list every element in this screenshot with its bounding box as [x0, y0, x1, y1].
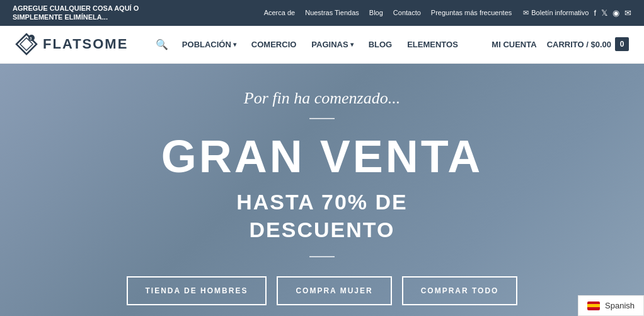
- hero-section: Por fin ha comenzado... GRAN VENTA HASTA…: [0, 64, 644, 316]
- nav-blog-label: BLOG: [369, 40, 393, 49]
- carrito-button[interactable]: CARRITO / $0.00 0: [547, 37, 629, 51]
- carrito-count-badge: 0: [615, 37, 629, 51]
- nav-acerca[interactable]: Acerca de: [264, 9, 296, 16]
- top-bar: AGREGUE CUALQUIER COSA AQUÍ O SIMPLEMENT…: [0, 0, 644, 26]
- search-button[interactable]: 🔍: [156, 38, 168, 50]
- announcement: AGREGUE CUALQUIER COSA AQUÍ O SIMPLEMENT…: [13, 4, 189, 22]
- btn-todo[interactable]: COMPRAR TODO: [402, 276, 518, 305]
- header-right: MI CUENTA CARRITO / $0.00 0: [492, 37, 629, 51]
- nav-comercio-label: COMERCIO: [251, 40, 297, 49]
- nav-paginas[interactable]: PAGINAS ▾: [305, 36, 359, 53]
- nav-blog[interactable]: Blog: [369, 9, 383, 16]
- nav-poblacion-label: POBLACIÓN: [182, 40, 231, 49]
- nav-elementos[interactable]: ELEMENTOS: [401, 36, 464, 53]
- logo-icon: 3: [15, 33, 38, 56]
- nav-tiendas[interactable]: Nuestras Tiendas: [305, 9, 359, 16]
- instagram-icon[interactable]: ◉: [612, 8, 619, 18]
- btn-hombres[interactable]: TIENDA DE HOMBRES: [127, 276, 267, 305]
- hero-tagline: HASTA 70% DEDESCUENTO: [236, 188, 408, 243]
- nav-paginas-label: PAGINAS: [311, 40, 348, 49]
- language-label: Spanish: [605, 301, 635, 310]
- hero-title: GRAN VENTA: [161, 132, 483, 182]
- hero-subtitle: Por fin ha comenzado...: [244, 89, 400, 108]
- nav-contacto[interactable]: Contacto: [393, 9, 421, 16]
- spain-flag-icon: [587, 301, 600, 310]
- newsletter-label: Boletín informativo: [531, 9, 589, 16]
- nav-comercio[interactable]: COMERCIO: [245, 36, 303, 53]
- nav-poblacion[interactable]: POBLACIÓN ▾: [176, 36, 243, 53]
- logo-text: FLATSOME: [43, 36, 128, 52]
- logo-area[interactable]: 3 FLATSOME: [15, 33, 128, 56]
- nav-faq[interactable]: Preguntas más frecuentes: [431, 9, 512, 16]
- carrito-label: CARRITO / $0.00: [547, 40, 611, 49]
- mi-cuenta-link[interactable]: MI CUENTA: [492, 40, 536, 49]
- nav-elementos-label: ELEMENTOS: [407, 40, 458, 49]
- top-bar-nav: Acerca de Nuestras Tiendas Blog Contacto…: [264, 9, 512, 16]
- social-links: ✉ Boletín informativo f 𝕏 ◉ ✉: [523, 8, 631, 18]
- facebook-icon[interactable]: f: [594, 8, 596, 18]
- newsletter-link[interactable]: ✉ Boletín informativo: [523, 9, 589, 17]
- mail-icon[interactable]: ✉: [624, 8, 631, 18]
- poblacion-arrow-icon: ▾: [233, 41, 236, 48]
- main-nav: 🔍 POBLACIÓN ▾ COMERCIO PAGINAS ▾ BLOG EL…: [156, 36, 464, 53]
- header: 3 FLATSOME 🔍 POBLACIÓN ▾ COMERCIO PAGINA…: [0, 26, 644, 64]
- top-bar-right: Acerca de Nuestras Tiendas Blog Contacto…: [264, 8, 631, 18]
- paginas-arrow-icon: ▾: [350, 41, 354, 48]
- nav-blog[interactable]: BLOG: [362, 36, 399, 53]
- envelope-icon: ✉: [523, 9, 529, 17]
- hero-divider-top: [309, 118, 335, 119]
- hero-divider-bottom: [309, 256, 335, 257]
- twitter-icon[interactable]: 𝕏: [601, 8, 607, 18]
- language-selector[interactable]: Spanish: [578, 295, 644, 316]
- hero-buttons: TIENDA DE HOMBRES COMPRA MUJER COMPRAR T…: [127, 276, 518, 305]
- btn-mujer[interactable]: COMPRA MUJER: [277, 276, 391, 305]
